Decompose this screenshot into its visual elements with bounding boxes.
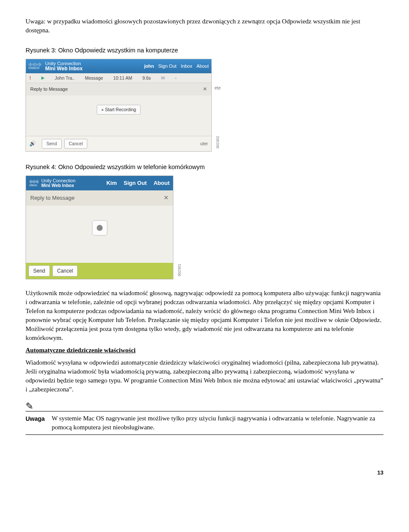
volume-icon[interactable]: 🔊 — [29, 140, 36, 147]
auto-inherit-heading: Automatyczne dziedziczenie właściwości — [26, 346, 383, 355]
figure4-caption: Rysunek 4: Okno Odpowiedz wszystkim w te… — [26, 163, 383, 171]
play-icon[interactable]: ▶ — [41, 75, 45, 81]
note-block: ✎ Uwaga W systemie Mac OS nagrywanie jes… — [26, 402, 383, 435]
priority-icon: ! — [29, 75, 31, 81]
mobile-nav: Kim Sign Out About — [107, 179, 170, 187]
save-icon: ▫ — [175, 75, 177, 81]
mobile-screenshot: 302301 ı|ıı|ıı|ı cisco Unity Connection … — [26, 175, 173, 279]
about-link[interactable]: About — [153, 179, 170, 187]
header-appname: Mini Web Inbox — [41, 183, 75, 188]
footer-text: uter — [200, 141, 208, 147]
start-recording-label: Start Recording — [105, 107, 136, 112]
close-icon[interactable]: ✕ — [203, 86, 207, 93]
row-from: John Tra.. — [55, 75, 75, 81]
message-row: ! ▶ John Tra.. Message 10:11 AM 9.6s ✉ ▫ — [26, 73, 211, 83]
record-icon — [97, 225, 103, 231]
intro-paragraph: Uwaga: w przypadku wiadomości głosowych … — [26, 17, 383, 35]
signout-link[interactable]: Sign Out — [124, 179, 147, 187]
note-icon: ✎ — [26, 402, 383, 411]
auto-inherit-paragraph: Wiadomość wysyłana w odpowiedzi automaty… — [26, 358, 383, 394]
image-code: 302301 — [177, 264, 182, 276]
cancel-button[interactable]: Cancel — [64, 139, 88, 149]
desktop-screenshot: 302302 ı|ıı|ıı|ı CISCO Unity Connection … — [26, 59, 212, 151]
start-recording-button[interactable]: ● Start Recording — [97, 105, 141, 115]
send-button[interactable]: Send — [29, 265, 50, 277]
modal-body: ● Start Recording — [26, 95, 211, 136]
row-duration: 9.6s — [142, 75, 151, 81]
header-appname: Mini Web Inbox — [45, 66, 83, 72]
row-subject: Message — [85, 75, 103, 81]
mobile-bottom-bar: Send Cancel — [26, 263, 173, 279]
bottom-toolbar: 🔊 Send Cancel uter — [26, 136, 211, 151]
header-nav: john Sign Out Inbox About — [144, 63, 209, 69]
mobile-modal-titlebar: Reply to Message ✕ — [26, 190, 173, 206]
attach-icon: ✉ — [161, 75, 165, 81]
body-paragraph: Użytkownik może odpowiedzieć na wiadomoś… — [26, 289, 383, 342]
record-icon: ● — [101, 107, 104, 112]
note-label: Uwaga — [26, 414, 45, 423]
mobile-header: ı|ıı|ıı|ı cisco Unity Connection Mini We… — [26, 176, 173, 190]
modal-titlebar: Reply to Message ✕ — [26, 83, 211, 95]
image-code: 302302 — [215, 136, 221, 149]
modal-title: Reply to Message — [30, 86, 68, 92]
row-time: 10:11 AM — [113, 75, 132, 81]
delete-truncated: ete — [214, 85, 221, 91]
header-user: john — [144, 63, 154, 69]
cancel-button[interactable]: Cancel — [52, 265, 78, 277]
app-header: ı|ıı|ıı|ı CISCO Unity Connection Mini We… — [26, 59, 211, 73]
note-text: W systemie Mac OS nagrywanie jest możliw… — [52, 414, 383, 432]
close-icon[interactable]: ✕ — [164, 194, 169, 202]
record-button[interactable] — [92, 220, 107, 236]
cisco-text: cisco — [29, 184, 39, 187]
header-user: Kim — [107, 179, 117, 187]
mobile-modal-body — [26, 206, 173, 263]
signout-link[interactable]: Sign Out — [158, 63, 177, 69]
cisco-text: CISCO — [29, 66, 42, 70]
send-button[interactable]: Send — [42, 139, 62, 149]
page-number: 13 — [26, 469, 383, 477]
figure3-caption: Rysunek 3: Okno Odpowiedz wszystkim na k… — [26, 46, 383, 55]
about-link[interactable]: About — [196, 63, 209, 69]
inbox-link[interactable]: Inbox — [181, 63, 192, 69]
modal-title: Reply to Message — [30, 194, 75, 202]
